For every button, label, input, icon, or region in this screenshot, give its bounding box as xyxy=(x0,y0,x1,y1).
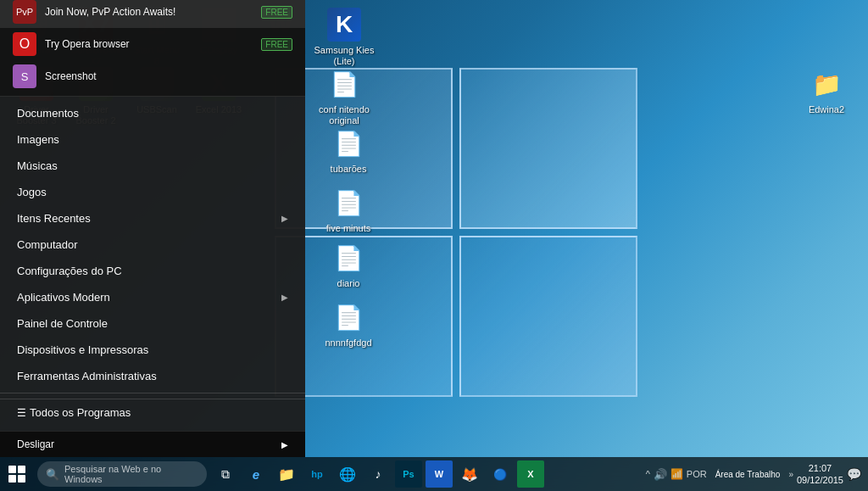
dispositivos-label: Dispositivos e Impressoras xyxy=(17,343,148,356)
menu-item-documentos[interactable]: Documentos xyxy=(0,100,305,126)
hp-button[interactable]: hp xyxy=(303,460,331,488)
taskbar-search[interactable]: 🔍 Pesquisar na Web e no Windows xyxy=(37,461,207,487)
tray-expand-icon[interactable]: ^ xyxy=(646,469,650,479)
desktop-icon-nnnnfgfdgd[interactable]: 📄 nnnnfgfdgd xyxy=(310,297,387,352)
shutdown-bar: Desligar ▶ xyxy=(0,431,305,457)
ad-opera-badge: FREE xyxy=(261,38,292,51)
shutdown-button[interactable]: Desligar ▶ xyxy=(10,435,295,454)
jogos-label: Jogos xyxy=(17,186,47,198)
media-button[interactable]: ♪ xyxy=(364,460,392,488)
desktop-icon-samsungkies[interactable]: K Samsung Kies (Lite) xyxy=(310,4,378,70)
system-clock: 21:07 09/12/2015 xyxy=(797,462,843,487)
menu-item-painelcontrole[interactable]: Painel de Controle xyxy=(0,310,305,337)
start-menu-ads: M Maxthon Free Cloud Browser FREE PvP Jo… xyxy=(0,0,305,97)
area-de-trabalho-text: Área de Trabalho xyxy=(715,470,781,479)
itensrecentes-arrow: ▶ xyxy=(281,214,288,223)
ferramentas-label: Ferramentas Administrativas xyxy=(17,370,157,382)
photoshop-button[interactable]: Ps xyxy=(395,460,422,488)
all-programs-icon: ☰ xyxy=(17,407,26,419)
confnitendo-icon: 📄 xyxy=(327,67,361,101)
fiveminuts-label: five minuts xyxy=(314,223,383,234)
system-tray: ^ 🔊 📶 POR Área de Trabalho » 21:07 09/12… xyxy=(646,462,868,487)
menu-item-jogos[interactable]: Jogos xyxy=(0,179,305,205)
edwina2-label: Edwina2 xyxy=(800,104,853,115)
menu-item-computador[interactable]: Computador xyxy=(0,232,305,258)
edge-button[interactable]: e xyxy=(242,460,270,488)
date-display: 09/12/2015 xyxy=(797,474,843,486)
tubaroes-icon: 📄 xyxy=(331,126,365,160)
aplicativos-arrow: ▶ xyxy=(281,293,288,302)
tubaroes-label: tubarões xyxy=(314,164,383,175)
chevron-right-icon[interactable]: » xyxy=(788,470,793,479)
desktop-icon-fiveminuts[interactable]: 📄 five minuts xyxy=(310,182,387,237)
computador-label: Computador xyxy=(17,238,78,251)
area-trabalho-label: Área de Trabalho xyxy=(710,470,786,479)
desktop-icon-diario[interactable]: 📄 diario xyxy=(310,237,387,293)
start-menu-items: Documentos Imagens Músicas Jogos Itens R… xyxy=(0,97,305,393)
ad-joinpvp[interactable]: PvP Join Now, PvP Action Awaits! FREE xyxy=(0,0,305,28)
desktop-icon-confnitendo[interactable]: 📄 conf nitendo original xyxy=(310,64,378,130)
network-icon[interactable]: 📶 xyxy=(670,468,683,480)
desktop-icon-tubaroes[interactable]: 📄 tubarões xyxy=(310,123,387,178)
ad-pvp-badge: FREE xyxy=(261,6,292,19)
configuracoes-label: Configurações do PC xyxy=(17,265,122,277)
imagens-label: Imagens xyxy=(17,133,59,146)
desktop: 🗑️ Lixeira X7 CorelDRAW X7 ⊞ Start Menu … xyxy=(0,0,868,491)
time-display: 21:07 xyxy=(797,462,843,474)
shutdown-label: Desligar xyxy=(17,438,54,450)
opera-icon: O xyxy=(13,32,36,56)
pvp-icon: PvP xyxy=(13,0,36,24)
fiveminuts-icon: 📄 xyxy=(331,186,365,220)
diario-label: diario xyxy=(314,278,383,289)
ad-opera[interactable]: O Try Opera browser FREE xyxy=(0,28,305,60)
ad-screenshot[interactable]: S Screenshot xyxy=(0,60,305,92)
itensrecentes-label: Itens Recentes xyxy=(17,212,91,225)
painelcontrole-label: Painel de Controle xyxy=(17,317,108,330)
browser1-button[interactable]: 🌐 xyxy=(334,460,361,488)
menu-item-ferramentas[interactable]: Ferramentas Administrativas xyxy=(0,363,305,389)
shutdown-arrow-icon: ▶ xyxy=(281,440,288,449)
firefox-button[interactable]: 🦊 xyxy=(456,460,483,488)
task-view-button[interactable]: ⧉ xyxy=(212,460,239,488)
musicas-label: Músicas xyxy=(17,159,58,172)
desktop-icon-edwina2[interactable]: 📁 Edwina2 xyxy=(797,64,856,119)
all-programs-button[interactable]: ☰ Todos os Programas xyxy=(0,399,305,426)
menu-item-musicas[interactable]: Músicas xyxy=(0,153,305,179)
taskbar: 🔍 Pesquisar na Web e no Windows ⧉ e 📁 hp… xyxy=(0,457,868,491)
diario-icon: 📄 xyxy=(331,241,365,275)
search-icon: 🔍 xyxy=(46,468,59,481)
volume-icon[interactable]: 🔊 xyxy=(654,468,667,481)
explorer-button[interactable]: 📁 xyxy=(273,460,300,488)
excel-taskbar-button[interactable]: X xyxy=(517,460,544,488)
start-windows-icon xyxy=(8,466,25,483)
ad-screenshot-label: Screenshot xyxy=(45,70,292,82)
taskbar-search-label: Pesquisar na Web e no Windows xyxy=(64,464,198,484)
language-icon: POR xyxy=(687,469,707,479)
menu-item-configuracoes[interactable]: Configurações do PC xyxy=(0,258,305,284)
ad-opera-label: Try Opera browser xyxy=(45,38,261,50)
menu-item-imagens[interactable]: Imagens xyxy=(0,126,305,153)
menu-item-dispositivos[interactable]: Dispositivos e Impressoras xyxy=(0,337,305,363)
action-center-icon[interactable]: 💬 xyxy=(847,467,861,481)
taskbar-apps: e 📁 hp 🌐 ♪ Ps W 🦊 🔵 X xyxy=(241,457,546,491)
start-menu-bottom: ☰ Todos os Programas xyxy=(0,393,305,431)
word-taskbar-button[interactable]: W xyxy=(426,460,453,488)
menu-item-aplicativos[interactable]: Aplicativos Modern ▶ xyxy=(0,284,305,310)
chrome-button[interactable]: 🔵 xyxy=(487,460,514,488)
nnnnfgfdgd-icon: 📄 xyxy=(331,300,365,334)
screenshot-icon: S xyxy=(13,64,36,88)
samsungkies-icon: K xyxy=(327,8,361,42)
start-menu: ⚙ M Maxthon Free Cloud Browser FREE PvP … xyxy=(0,0,305,457)
all-programs-label: Todos os Programas xyxy=(30,406,131,419)
menu-item-itensrecentes[interactable]: Itens Recentes ▶ xyxy=(0,205,305,232)
documentos-label: Documentos xyxy=(17,107,79,120)
nnnnfgfdgd-label: nnnnfgfdgd xyxy=(314,338,383,349)
start-button[interactable] xyxy=(0,457,34,491)
ad-pvp-label: Join Now, PvP Action Awaits! xyxy=(45,6,261,18)
edwina2-icon: 📁 xyxy=(810,67,843,101)
aplicativos-label: Aplicativos Modern xyxy=(17,291,110,304)
